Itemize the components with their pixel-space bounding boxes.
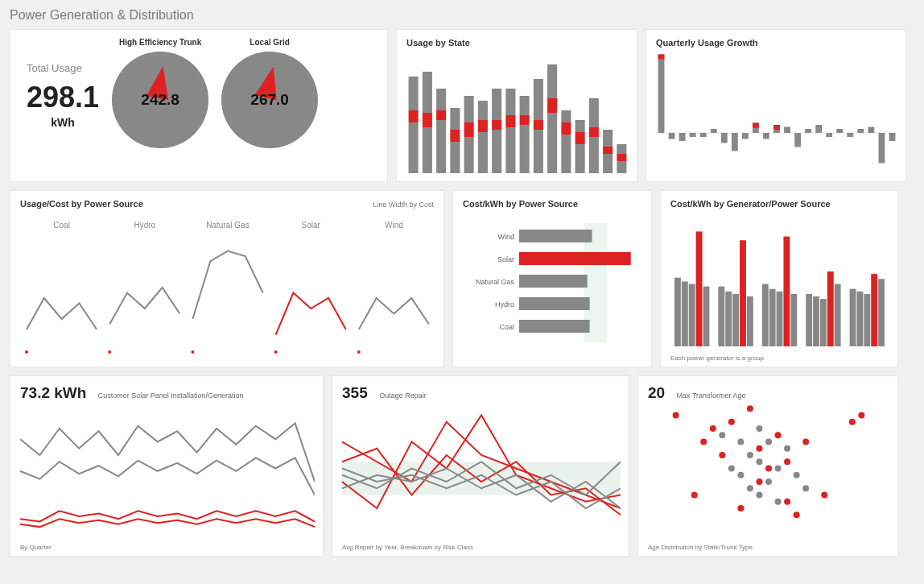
svg-rect-51	[669, 133, 675, 139]
svg-rect-5	[423, 72, 432, 113]
svg-point-145	[747, 452, 753, 458]
svg-rect-50	[658, 55, 665, 60]
svg-point-84	[357, 350, 361, 354]
svg-rect-60	[753, 123, 759, 128]
svg-rect-40	[589, 127, 599, 137]
svg-rect-87	[519, 230, 592, 242]
gauge-local-grid: Local Grid 267.0	[221, 38, 318, 148]
svg-point-132	[765, 466, 772, 472]
svg-rect-36	[575, 144, 585, 173]
svg-rect-18	[492, 130, 501, 173]
svg-rect-49	[658, 55, 665, 134]
svg-text:Solar: Solar	[302, 221, 321, 230]
svg-rect-101	[718, 287, 724, 346]
svg-rect-65	[794, 133, 801, 147]
outage-foot: Avg Repair by Year, Breakdown by Risk Cl…	[342, 544, 473, 551]
svg-point-149	[756, 492, 762, 499]
svg-rect-108	[777, 292, 783, 346]
svg-point-134	[784, 458, 790, 465]
svg-point-139	[849, 419, 856, 425]
svg-rect-116	[850, 289, 856, 346]
cost-kwh-title: Cost/kWh by Power Source	[463, 199, 641, 209]
svg-rect-91	[519, 275, 588, 288]
svg-rect-12	[464, 137, 474, 173]
cost-gen-title: Cost/kWh by Generator/Power Source	[670, 199, 888, 209]
panel-usage-cost-source: Usage/Cost by Power Source Line Width by…	[10, 190, 444, 367]
solar-kpi: 73.2 kWh	[20, 384, 86, 402]
svg-point-141	[719, 432, 725, 438]
svg-rect-8	[436, 89, 446, 110]
svg-text:Solar: Solar	[497, 255, 514, 263]
svg-rect-15	[478, 132, 488, 173]
svg-rect-63	[773, 125, 780, 130]
svg-point-146	[747, 485, 753, 491]
svg-text:Wind: Wind	[497, 233, 514, 241]
svg-point-143	[737, 439, 744, 445]
svg-point-155	[794, 472, 800, 478]
svg-rect-69	[836, 129, 843, 133]
svg-rect-53	[690, 133, 696, 137]
svg-rect-22	[505, 115, 515, 127]
svg-rect-114	[827, 271, 834, 346]
svg-rect-7	[436, 110, 446, 120]
panel-outage-repair: 355 Outage Repair Avg Repair by Year, Br…	[332, 375, 629, 557]
svg-rect-13	[464, 122, 474, 137]
svg-rect-42	[603, 154, 613, 173]
svg-rect-26	[520, 96, 530, 115]
svg-rect-98	[689, 284, 695, 347]
solar-foot: By Quarter	[20, 544, 52, 551]
svg-rect-41	[589, 98, 599, 127]
svg-point-151	[765, 478, 772, 485]
chart-usage-by-state	[406, 52, 629, 173]
svg-rect-33	[561, 135, 571, 173]
row-1: Total Usage 298.1 kWh High Efficiency Tr…	[10, 29, 914, 182]
row-3: 73.2 kWh Customer Solar Panel Installati…	[10, 375, 914, 557]
svg-point-133	[775, 432, 782, 438]
gauge1-value: 242.8	[141, 91, 179, 109]
svg-rect-74	[889, 133, 896, 141]
svg-rect-115	[835, 284, 841, 347]
svg-point-148	[756, 458, 762, 465]
gauge-high-efficiency: High Efficiency Trunk 242.8	[112, 38, 208, 148]
svg-rect-57	[732, 133, 738, 151]
chart-quarterly-growth	[656, 52, 897, 173]
total-usage-unit: kWh	[27, 116, 99, 129]
usage-by-state-title: Usage by State	[406, 38, 627, 48]
svg-point-126	[719, 452, 725, 458]
total-usage-block: Total Usage 298.1 kWh	[20, 57, 99, 129]
svg-point-82	[274, 350, 278, 354]
svg-text:Natural Gas: Natural Gas	[476, 278, 515, 286]
svg-rect-111	[806, 294, 812, 346]
svg-rect-25	[520, 115, 530, 125]
quarterly-growth-title: Quarterly Usage Growth	[656, 38, 896, 48]
svg-rect-28	[534, 120, 543, 130]
svg-rect-64	[784, 127, 790, 134]
svg-rect-23	[505, 89, 515, 115]
svg-point-154	[784, 445, 790, 452]
gauge1-label: High Efficiency Trunk	[112, 38, 208, 47]
svg-rect-56	[721, 133, 728, 143]
svg-rect-34	[561, 122, 571, 135]
svg-rect-16	[478, 120, 488, 132]
svg-rect-35	[561, 110, 571, 122]
svg-point-136	[794, 512, 800, 518]
svg-rect-46	[617, 154, 626, 161]
chart-cost-kwh-source: WindSolarNatural GasHydroCoal	[463, 213, 643, 358]
page-title: Power Generation & Distribution	[10, 8, 914, 23]
chart-cost-kwh-generator	[670, 213, 889, 346]
svg-rect-68	[826, 133, 832, 137]
svg-rect-21	[505, 127, 515, 173]
total-usage-value: 298.1	[27, 81, 99, 114]
svg-rect-39	[589, 137, 599, 173]
svg-rect-44	[603, 130, 613, 147]
svg-point-130	[756, 445, 762, 452]
svg-rect-17	[478, 101, 488, 120]
gauge2-label: Local Grid	[221, 38, 318, 47]
svg-rect-3	[423, 127, 432, 173]
svg-point-76	[25, 350, 28, 354]
svg-rect-113	[820, 299, 827, 346]
chart-usage-cost-source: CoalHydroNatural GasSolarWind	[20, 213, 435, 358]
svg-point-150	[765, 439, 772, 445]
panel-total-usage: Total Usage 298.1 kWh High Efficiency Tr…	[10, 29, 388, 182]
svg-point-80	[191, 350, 194, 354]
